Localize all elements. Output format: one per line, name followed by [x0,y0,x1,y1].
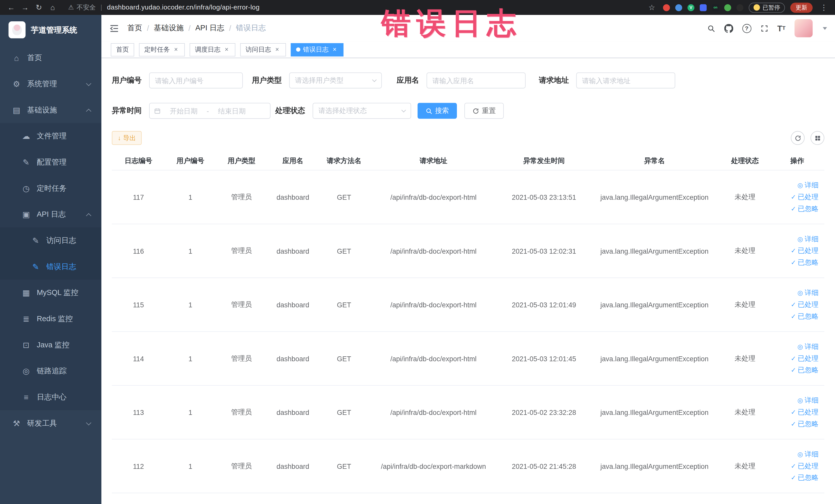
sidebar-fold-icon[interactable] [109,23,119,33]
back-icon[interactable]: ← [5,2,17,13]
sidebar-item-label: Java 监控 [37,340,69,350]
search-button[interactable]: 搜索 [418,103,457,119]
ignored-link[interactable]: ✓已忽略 [791,419,819,429]
cell-log-id: 112 [112,462,165,470]
process-status-select[interactable]: 请选择处理状态 [313,103,411,119]
sidebar-item-mysql-monitor[interactable]: ▦ MySQL 监控 [0,280,101,306]
font-size-icon[interactable]: TT [777,24,786,32]
breadcrumb-item[interactable]: 基础设施 [154,23,184,33]
detail-link[interactable]: ◎详细 [797,235,819,244]
processed-link[interactable]: ✓已处理 [791,246,819,256]
extension-icon-1[interactable] [663,4,670,11]
sidebar-item-dev-tools[interactable]: ⚒ 研发工具 [0,410,101,436]
reset-button[interactable]: 重置 [464,103,504,119]
ignored-link[interactable]: ✓已忽略 [791,473,819,482]
row-actions: ◎详细 ✓已处理 ✓已忽略 [772,396,823,429]
ignored-link[interactable]: ✓已忽略 [791,204,819,214]
close-icon[interactable]: × [273,46,281,53]
processed-link[interactable]: ✓已处理 [791,407,819,417]
security-chip[interactable]: ⚠ 不安全 [68,3,96,12]
tab-error-log[interactable]: 错误日志 × [291,43,343,56]
sidebar-item-access-log[interactable]: ✎ 访问日志 [0,227,101,254]
extension-icon-6[interactable] [724,4,731,11]
user-type-select[interactable]: 请选择用户类型 [289,73,382,88]
update-button[interactable]: 更新 [790,2,813,12]
close-icon[interactable]: × [172,46,179,53]
filter-row-2: 异常时间 - 处理状态 请选择处理状态 [112,103,824,119]
reset-button-label: 重置 [482,106,496,116]
cell-exception-name: java.lang.IllegalArgumentException [591,193,718,201]
detail-link[interactable]: ◎详细 [797,342,819,351]
reload-icon[interactable]: ↻ [33,2,45,13]
start-date-input[interactable] [163,107,205,115]
cell-exception-time: 2021-05-03 23:13:51 [497,193,591,201]
sidebar-item-label: 基础设施 [27,105,57,115]
extension-icon-4[interactable] [700,4,707,11]
sidebar-item-scheduled-tasks[interactable]: ◷ 定时任务 [0,175,101,202]
extension-icon-3[interactable]: V [687,4,694,11]
sidebar-item-log-center[interactable]: ≡ 日志中心 [0,384,101,410]
bookmark-star-icon[interactable]: ☆ [646,2,658,13]
detail-link[interactable]: ◎详细 [797,396,819,405]
column-settings-button[interactable] [811,131,824,145]
breadcrumb-item[interactable]: 首页 [127,23,142,33]
sidebar-item-api-log[interactable]: ▣ API 日志 [0,201,101,227]
sidebar-item-config-mgmt[interactable]: ✎ 配置管理 [0,149,101,175]
app-name-label: 应用名 [397,76,419,85]
browser-home-icon[interactable]: ⌂ [47,2,59,13]
detail-link[interactable]: ◎详细 [797,181,819,190]
processed-link[interactable]: ✓已处理 [791,192,819,202]
col-header-exception-name: 异常名 [591,156,718,165]
request-url-input[interactable] [576,73,675,88]
processed-link[interactable]: ✓已处理 [791,354,819,363]
sidebar-item-system-mgmt[interactable]: ⚙ 系统管理 [0,71,101,97]
breadcrumb-item[interactable]: API 日志 [195,23,224,33]
date-range-picker[interactable]: - [149,103,270,119]
app-logo[interactable]: 芋道管理系统 [0,15,101,45]
sidebar-item-file-mgmt[interactable]: ☁ 文件管理 [0,123,101,149]
close-icon[interactable]: × [223,46,230,53]
sidebar-item-trace[interactable]: ◎ 链路追踪 [0,358,101,384]
sidebar-item-home[interactable]: ⌂ 首页 [0,45,101,71]
tab-home[interactable]: 首页 [111,43,134,56]
detail-link[interactable]: ◎详细 [797,449,819,459]
sidebar-item-infrastructure[interactable]: ▤ 基础设施 [0,97,101,123]
ignored-link[interactable]: ✓已忽略 [791,258,819,267]
paused-badge[interactable]: 已暂停 [749,2,785,12]
avatar[interactable] [794,19,813,38]
monitor-icon: ⊡ [20,340,32,350]
help-icon[interactable]: ? [742,24,751,33]
cell-method: GET [319,408,370,416]
end-date-input[interactable] [211,107,252,115]
processed-link[interactable]: ✓已处理 [791,461,819,471]
tags-view-bar: 首页 定时任务 × 调度日志 × 访问日志 × 错误日志 × [101,42,835,58]
avatar-caret-icon[interactable] [823,27,827,29]
user-type-label: 用户类型 [252,76,282,85]
extension-icon-5[interactable]: on [712,4,719,11]
user-id-input[interactable] [149,73,243,88]
sidebar-item-java-monitor[interactable]: ⊡ Java 监控 [0,332,101,358]
close-icon[interactable]: × [331,46,338,53]
sidebar-item-error-log[interactable]: ✎ 错误日志 [0,254,101,280]
fullscreen-icon[interactable] [760,24,768,32]
search-icon[interactable] [707,24,715,32]
refresh-table-button[interactable] [791,131,805,145]
filter-user-type: 用户类型 请选择用户类型 [252,73,382,88]
export-button[interactable]: ↓ 导出 [112,131,142,145]
tab-scheduled-tasks[interactable]: 定时任务 × [139,43,185,56]
extension-icon-7[interactable] [736,4,744,11]
tab-access-log[interactable]: 访问日志 × [240,43,286,56]
ignored-link[interactable]: ✓已忽略 [791,365,819,375]
address-bar[interactable]: dashboard.yudao.iocoder.cn/infra/log/api… [107,4,260,11]
tab-schedule-log[interactable]: 调度日志 × [190,43,236,56]
processed-link[interactable]: ✓已处理 [791,300,819,309]
forward-icon[interactable]: → [19,2,31,13]
browser-menu-icon[interactable]: ⋮ [818,2,830,13]
detail-link[interactable]: ◎详细 [797,288,819,298]
extension-icon-2[interactable] [675,4,682,11]
table-header-row: 日志编号 用户编号 用户类型 应用名 请求方法名 请求地址 异常发生时间 异常名… [112,151,824,170]
app-name-input[interactable] [427,73,526,88]
ignored-link[interactable]: ✓已忽略 [791,312,819,321]
sidebar-item-redis-monitor[interactable]: ≣ Redis 监控 [0,306,101,332]
github-icon[interactable] [724,24,733,33]
